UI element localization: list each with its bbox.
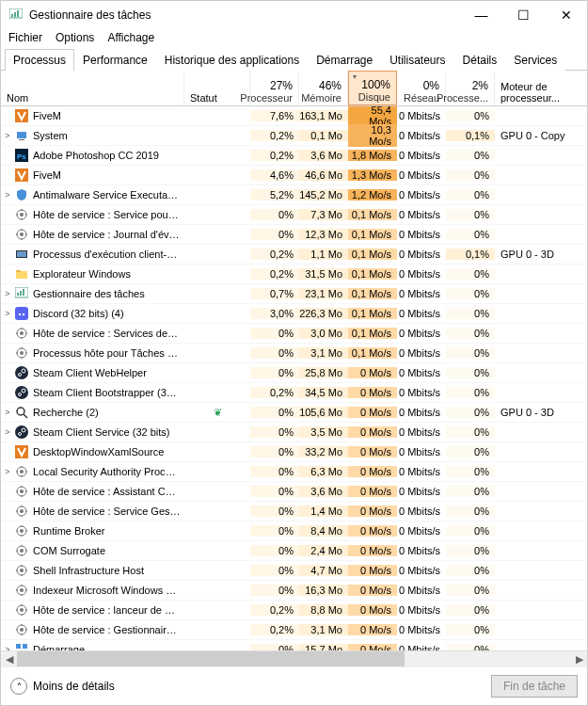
table-row[interactable]: >Recherche (2)❦0%105,6 Mo0 Mo/s0 Mbits/s… (1, 403, 587, 423)
table-row[interactable]: Hôte de service : Journal d'évén...0%12,… (1, 225, 587, 245)
minimize-button[interactable]: — (460, 1, 502, 29)
menu-file[interactable]: Fichier (8, 31, 42, 44)
expand-toggle[interactable]: > (1, 289, 14, 298)
gpu-cell: 0,1% (446, 249, 495, 260)
table-row[interactable]: >Gestionnaire des tâches0,7%23,1 Mo0,1 M… (1, 284, 587, 304)
memory-cell: 34,5 Mo (299, 387, 348, 398)
table-row[interactable]: >Local Security Authority Process...0%6,… (1, 462, 587, 482)
gpu-cell: 0% (446, 347, 495, 359)
table-row[interactable]: >Antimalware Service Executable5,2%145,2… (1, 185, 587, 205)
cpu-cell: 0% (250, 426, 299, 438)
header-gpu-engine[interactable]: Moteur de processeur... (495, 71, 587, 105)
process-icon (14, 444, 29, 459)
memory-cell: 8,4 Mo (299, 525, 348, 537)
gpu-cell: 0% (446, 624, 495, 635)
expand-toggle[interactable]: > (1, 131, 14, 140)
expand-toggle[interactable]: > (1, 309, 14, 318)
table-row[interactable]: Hôte de service : Service Gestio...0%1,4… (1, 502, 587, 521)
scroll-left-icon[interactable]: ◀ (1, 653, 17, 666)
header-cpu[interactable]: 27%Processeur (250, 71, 299, 105)
svg-point-38 (15, 425, 28, 439)
memory-cell: 7,3 Mo (299, 209, 348, 220)
fewer-details-toggle[interactable]: ˄ Moins de détails (10, 678, 115, 695)
table-row[interactable]: Steam Client WebHelper0%25,8 Mo0 Mo/s0 M… (1, 363, 587, 383)
header-gpu[interactable]: 2%Processe... (446, 71, 495, 105)
table-row[interactable]: Indexeur Microsoft Windows Se...0%16,3 M… (1, 581, 587, 601)
network-cell: 0 Mbits/s (397, 308, 446, 319)
tab-startup[interactable]: Démarrage (308, 49, 381, 71)
titlebar: Gestionnaire des tâches — ☐ ✕ (1, 1, 587, 29)
tab-history[interactable]: Historique des applications (156, 49, 308, 71)
cpu-cell: 0,2% (250, 387, 299, 398)
tab-processes[interactable]: Processus (5, 49, 74, 71)
table-row[interactable]: >Steam Client Service (32 bits)0%3,5 Mo0… (1, 423, 587, 442)
expand-toggle[interactable]: > (1, 467, 14, 476)
svg-point-27 (20, 331, 24, 335)
scroll-track[interactable] (17, 651, 571, 666)
horizontal-scrollbar[interactable]: ◀ ▶ (1, 650, 587, 666)
table-row[interactable]: Processus d'exécution client-ser...0,2%1… (1, 245, 587, 265)
table-row[interactable]: >Discord (32 bits) (4)3,0%226,3 Mo0,1 Mo… (1, 304, 587, 324)
table-row[interactable]: >System0,2%0,1 Mo10,3 Mo/s0 Mbits/s0,1%G… (1, 126, 587, 146)
table-row[interactable]: Hôte de service : lanceur de pro...0,2%8… (1, 601, 587, 620)
table-row[interactable]: Hôte de service : Gestionnaire d...0,2%3… (1, 620, 587, 640)
tab-services[interactable]: Services (505, 49, 565, 71)
memory-cell: 163,1 Mo (299, 110, 348, 121)
tab-performance[interactable]: Performance (74, 49, 156, 71)
svg-rect-60 (16, 644, 21, 649)
table-row[interactable]: >Démarrage0%15,7 Mo0 Mo/s0 Mbits/s0% (1, 640, 587, 650)
table-row[interactable]: FiveM4,6%46,6 Mo1,3 Mo/s0 Mbits/s0% (1, 166, 587, 185)
memory-cell: 25,8 Mo (299, 367, 348, 378)
svg-rect-61 (23, 644, 27, 649)
header-memory[interactable]: 46%Mémoire (299, 71, 348, 105)
table-row[interactable]: Runtime Broker0%8,4 Mo0 Mo/s0 Mbits/s0% (1, 521, 587, 541)
svg-point-51 (20, 549, 24, 553)
network-cell: 0 Mbits/s (397, 407, 446, 418)
table-row[interactable]: Shell Infrastructure Host0%4,7 Mo0 Mo/s0… (1, 561, 587, 581)
expand-toggle[interactable]: > (1, 408, 14, 417)
table-row[interactable]: Hôte de service : Services de chi...0%3,… (1, 324, 587, 344)
disk-cell: 10,3 Mo/s (348, 124, 397, 147)
cpu-cell: 0% (250, 466, 299, 477)
process-name: Steam Client WebHelper (33, 367, 184, 378)
gpu-cell: 0% (446, 189, 495, 201)
scroll-right-icon[interactable]: ▶ (571, 653, 587, 666)
expand-toggle[interactable]: > (1, 190, 14, 200)
disk-cell: 0 Mo/s (348, 407, 397, 418)
process-icon (14, 543, 29, 558)
svg-point-30 (15, 366, 28, 379)
table-row[interactable]: Hôte de service : Assistant Conn...0%3,6… (1, 482, 587, 502)
menu-options[interactable]: Options (56, 31, 94, 44)
gpu-engine-cell: GPU 0 - 3D (495, 249, 587, 260)
table-row[interactable]: Steam Client Bootstrapper (32 b...0,2%34… (1, 383, 587, 403)
svg-rect-22 (23, 289, 24, 296)
end-task-button[interactable]: Fin de tâche (491, 675, 578, 698)
header-disk[interactable]: ▾100%Disque (348, 71, 397, 105)
process-rows: FiveM7,6%163,1 Mo55,4 Mo/s0 Mbits/s0%>Sy… (1, 106, 587, 650)
header-name[interactable]: Nom (1, 71, 184, 105)
network-cell: 0 Mbits/s (397, 130, 446, 141)
scroll-thumb[interactable] (17, 651, 405, 666)
close-button[interactable]: ✕ (545, 1, 587, 29)
table-row[interactable]: Hôte de service : Service pour ut...0%7,… (1, 205, 587, 225)
tab-users[interactable]: Utilisateurs (381, 49, 453, 71)
table-row[interactable]: PsAdobe Photoshop CC 20190,2%3,6 Mo1,8 M… (1, 146, 587, 166)
memory-cell: 6,3 Mo (299, 466, 348, 477)
svg-point-59 (20, 628, 24, 632)
table-row[interactable]: COM Surrogate0%2,4 Mo0 Mo/s0 Mbits/s0% (1, 541, 587, 561)
process-icon (14, 504, 29, 519)
expand-toggle[interactable]: > (1, 427, 14, 437)
table-row[interactable]: DesktopWindowXamlSource0%33,2 Mo0 Mo/s0 … (1, 442, 587, 462)
process-name: Processus d'exécution client-ser... (33, 249, 184, 260)
table-row[interactable]: Processus hôte pour Tâches Win...0%3,1 M… (1, 344, 587, 363)
maximize-button[interactable]: ☐ (502, 1, 545, 29)
menu-view[interactable]: Affichage (107, 31, 154, 44)
tab-details[interactable]: Détails (454, 49, 506, 71)
disk-cell: 0 Mo/s (348, 446, 397, 457)
svg-point-36 (17, 408, 24, 415)
cpu-cell: 7,6% (250, 110, 299, 121)
table-row[interactable]: FiveM7,6%163,1 Mo55,4 Mo/s0 Mbits/s0% (1, 106, 587, 126)
table-row[interactable]: Explorateur Windows0,2%31,5 Mo0,1 Mo/s0 … (1, 265, 587, 284)
svg-rect-7 (19, 139, 24, 140)
process-icon (14, 385, 29, 400)
